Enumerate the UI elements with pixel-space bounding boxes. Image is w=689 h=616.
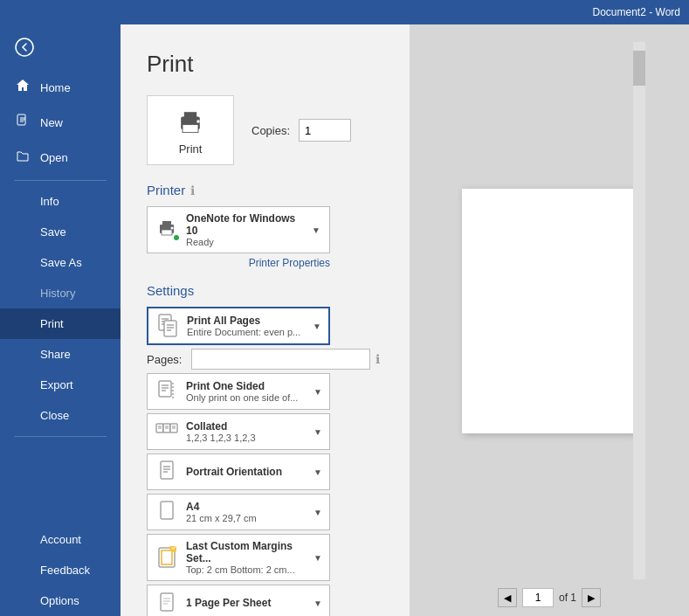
svg-rect-3: [184, 112, 196, 118]
sidebar-item-history-label: History: [40, 287, 75, 300]
pages-range-text: Print All Pages Entire Document: even p.…: [187, 315, 306, 337]
title-text: Document2 - Word: [593, 6, 680, 18]
pages-info-icon[interactable]: ℹ: [376, 352, 380, 366]
sidebar-item-info[interactable]: Info: [0, 186, 121, 217]
next-page-button[interactable]: ▶: [582, 588, 601, 607]
new-icon: [14, 114, 31, 131]
back-button[interactable]: [0, 24, 121, 70]
setting-paper-size[interactable]: A4 21 cm x 29,7 cm ▼: [147, 494, 330, 530]
svg-rect-4: [183, 124, 198, 132]
one-sided-text: Print One Sided Only print on one side o…: [186, 380, 307, 403]
collated-main: Collated: [186, 420, 307, 433]
sidebar-item-home[interactable]: Home: [0, 70, 121, 105]
open-icon: [14, 149, 31, 166]
margins-arrow: ▼: [313, 553, 322, 563]
collated-icon: [155, 419, 179, 444]
printer-icon-wrap: [156, 218, 181, 242]
sidebar-item-share[interactable]: Share: [0, 339, 121, 370]
sidebar-item-home-label: Home: [40, 81, 71, 94]
printer-dropdown[interactable]: OneNote for Windows 10 Ready ▼: [147, 206, 330, 253]
paper-size-main: A4: [186, 501, 307, 513]
margins-text: Last Custom Margins Set... Top: 2 cm Bot…: [186, 540, 307, 575]
printer-info: OneNote for Windows 10 Ready: [186, 212, 307, 247]
printer-properties-link[interactable]: Printer Properties: [147, 257, 330, 269]
current-page-input[interactable]: [522, 588, 554, 607]
preview-area: ◀ of 1 ▶: [410, 24, 689, 616]
pages-row: Pages: ℹ: [147, 349, 380, 370]
svg-point-0: [16, 38, 33, 56]
one-sided-arrow: ▼: [313, 387, 322, 397]
printer-name: OneNote for Windows 10: [186, 212, 307, 237]
printer-status: Ready: [186, 237, 307, 247]
printer-info-icon[interactable]: ℹ: [190, 183, 195, 197]
pages-range-icon: [155, 314, 180, 338]
paper-size-icon: [155, 500, 179, 524]
setting-orientation[interactable]: Portrait Orientation ▼: [147, 453, 330, 490]
sidebar-item-options[interactable]: Options: [0, 585, 121, 616]
sidebar-item-print-label: Print: [40, 317, 64, 330]
preview-container: [453, 42, 645, 579]
print-button[interactable]: Print: [147, 95, 234, 165]
printer-status-dot: [172, 233, 181, 242]
sidebar-divider-2: [14, 436, 107, 437]
sidebar-item-open[interactable]: Open: [0, 140, 121, 175]
printer-dropdown-arrow: ▼: [312, 225, 320, 235]
setting-margins[interactable]: Last Custom Margins Set... Top: 2 cm Bot…: [147, 534, 330, 581]
sidebar-item-export[interactable]: Export: [0, 370, 121, 400]
settings-scroll[interactable]: Print All Pages Entire Document: even p.…: [147, 307, 383, 616]
svg-rect-11: [164, 321, 176, 336]
svg-point-9: [171, 227, 174, 230]
svg-rect-18: [161, 502, 173, 519]
sidebar-item-save[interactable]: Save: [0, 217, 121, 247]
sidebar-item-new[interactable]: New: [0, 105, 121, 140]
main-layout: Home New Open Info Save: [0, 24, 689, 616]
sidebar-item-close[interactable]: Close: [0, 400, 121, 431]
sidebar-item-print[interactable]: Print: [0, 308, 121, 339]
prev-page-button[interactable]: ◀: [498, 588, 517, 607]
printer-section-title: Printer ℹ: [147, 183, 383, 197]
svg-rect-7: [162, 221, 171, 226]
settings-section: Settings Print All Pages: [147, 283, 383, 616]
paper-size-sub: 21 cm x 29,7 cm: [186, 513, 307, 523]
pages-per-sheet-main: 1 Page Per Sheet: [186, 597, 307, 609]
collated-sub: 1,2,3 1,2,3 1,2,3: [186, 433, 307, 443]
sidebar-item-save-as-label: Save As: [40, 256, 82, 269]
sidebar-bottom: Account Feedback Options: [0, 524, 121, 616]
pages-input[interactable]: [191, 349, 370, 370]
sidebar-item-history[interactable]: History: [0, 278, 121, 308]
svg-rect-17: [161, 461, 173, 479]
setting-collated[interactable]: Collated 1,2,3 1,2,3 1,2,3 ▼: [147, 413, 330, 450]
pages-per-sheet-text: 1 Page Per Sheet: [186, 597, 307, 609]
main-content: Print Print Copies: Printer ℹ: [121, 24, 410, 616]
page-title: Print: [147, 51, 383, 78]
sidebar-item-options-label: Options: [40, 594, 79, 607]
svg-point-5: [196, 120, 200, 123]
orientation-arrow: ▼: [313, 467, 322, 477]
home-icon: [14, 79, 31, 96]
sidebar-item-export-label: Export: [40, 378, 73, 391]
scrollbar-thumb: [633, 51, 645, 86]
one-sided-sub: Only print on one side of...: [186, 392, 307, 403]
setting-pages-range[interactable]: Print All Pages Entire Document: even p.…: [147, 307, 330, 345]
setting-pages-per-sheet[interactable]: 1 Page Per Sheet ▼: [147, 585, 330, 616]
sidebar-item-save-as[interactable]: Save As: [0, 247, 121, 278]
orientation-main: Portrait Orientation: [186, 466, 307, 478]
copies-label: Copies:: [251, 124, 290, 137]
setting-one-sided[interactable]: Print One Sided Only print on one side o…: [147, 373, 330, 410]
print-top: Print Copies:: [147, 95, 383, 165]
sidebar-item-feedback-label: Feedback: [40, 564, 90, 577]
preview-scrollbar[interactable]: [633, 42, 645, 579]
back-icon: [14, 37, 35, 58]
title-bar: Document2 - Word: [0, 0, 689, 24]
pages-per-sheet-arrow: ▼: [313, 599, 322, 608]
sidebar-item-new-label: New: [40, 116, 63, 129]
copies-input[interactable]: [299, 119, 351, 142]
margins-icon: [155, 545, 179, 570]
sidebar-item-feedback[interactable]: Feedback: [0, 555, 121, 585]
margins-main: Last Custom Margins Set...: [186, 540, 307, 564]
sidebar-item-account[interactable]: Account: [0, 524, 121, 555]
collated-arrow: ▼: [313, 427, 322, 437]
sidebar-nav: Home New Open Info Save: [0, 70, 121, 616]
collated-text: Collated 1,2,3 1,2,3 1,2,3: [186, 420, 307, 443]
preview-page: [462, 189, 637, 433]
